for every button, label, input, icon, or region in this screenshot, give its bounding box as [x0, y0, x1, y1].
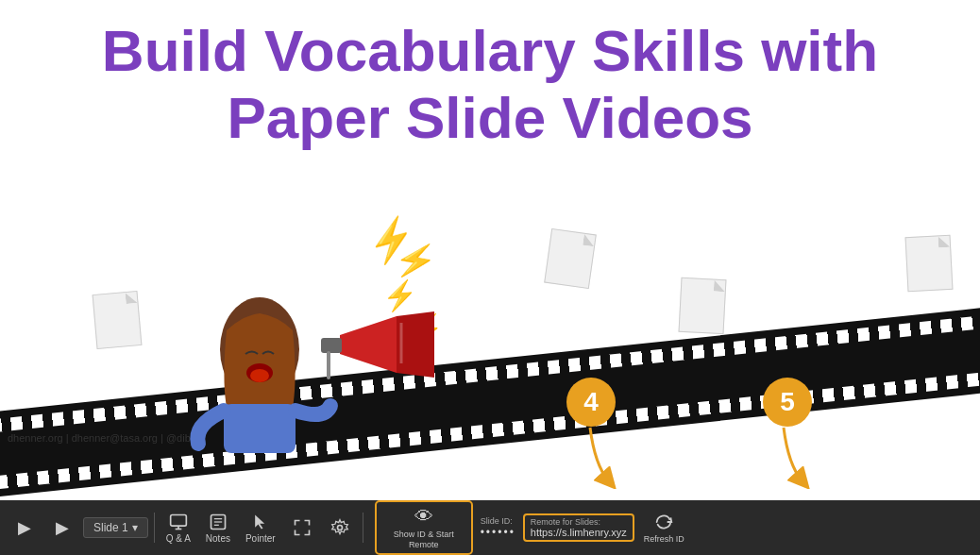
divider-1: [154, 513, 155, 543]
megaphone: [312, 311, 434, 396]
qa-icon: [169, 513, 188, 531]
slide-area: Build Vocabulary Skills with Paper Slide…: [0, 0, 980, 500]
arrow-4: [562, 423, 618, 489]
slide-indicator[interactable]: Slide 1 ▾: [83, 517, 148, 538]
svg-point-19: [337, 526, 342, 530]
refresh-icon: [653, 512, 674, 532]
lightning-bolt-3: ⚡: [381, 277, 419, 312]
gear-icon: [330, 518, 349, 537]
remote-label: Remote for Slides:: [531, 517, 600, 527]
show-id-section: 👁 Show ID & Start Remote: [375, 500, 473, 555]
toolbar: ▶ ▶ Slide 1 ▾ Q & A Notes Pointer: [0, 500, 980, 555]
next-icon: ▶: [56, 517, 69, 538]
svg-rect-6: [321, 338, 342, 353]
svg-rect-12: [170, 514, 186, 526]
slide-id-container: Slide ID: ••••••: [477, 516, 519, 539]
paper-slide-3: [679, 278, 727, 334]
play-button[interactable]: ▶: [8, 513, 42, 542]
film-strip: [0, 305, 980, 497]
show-id-button[interactable]: 👁 Show ID & Start Remote: [382, 504, 465, 552]
refresh-id-label: Refresh ID: [644, 534, 684, 544]
remote-section: Remote for Slides: https://s.limhenry.xy…: [523, 513, 634, 542]
fullscreen-icon: [293, 518, 312, 537]
svg-marker-5: [340, 316, 397, 373]
paper-slide-4: [905, 235, 954, 292]
eye-icon: 👁: [414, 506, 433, 528]
slide-dropdown-icon: ▾: [132, 521, 138, 534]
slide-id-label: Slide ID:: [481, 516, 513, 526]
slide-label: Slide 1: [93, 521, 128, 534]
pointer-icon: [251, 513, 270, 531]
arrow-5: [755, 423, 812, 489]
slide-title: Build Vocabulary Skills with Paper Slide…: [0, 0, 980, 152]
fullscreen-button[interactable]: [285, 514, 319, 541]
notes-label: Notes: [206, 533, 230, 544]
svg-point-3: [250, 369, 269, 382]
qa-button[interactable]: Q & A: [161, 509, 196, 547]
badge-4: 4: [566, 378, 616, 427]
slide-id-value: ••••••: [481, 526, 515, 539]
notes-icon: [209, 513, 228, 531]
pointer-button[interactable]: Pointer: [240, 509, 281, 547]
paper-slide-2: [544, 228, 597, 289]
badge-5: 5: [763, 378, 812, 427]
divider-2: [363, 513, 363, 543]
paper-slide-1: [93, 291, 143, 349]
refresh-id-button[interactable]: Refresh ID: [638, 510, 690, 546]
qa-label: Q & A: [166, 533, 191, 544]
notes-button[interactable]: Notes: [200, 509, 236, 547]
remote-url: https://s.limhenry.xyz: [531, 527, 627, 538]
settings-button[interactable]: [323, 514, 357, 541]
next-button[interactable]: ▶: [45, 513, 79, 542]
play-icon: ▶: [18, 517, 31, 538]
show-id-label: Show ID & Start Remote: [386, 530, 462, 550]
svg-rect-4: [224, 404, 296, 453]
lightning-bolt-2: ⚡: [392, 237, 441, 283]
pointer-label: Pointer: [245, 533, 276, 544]
